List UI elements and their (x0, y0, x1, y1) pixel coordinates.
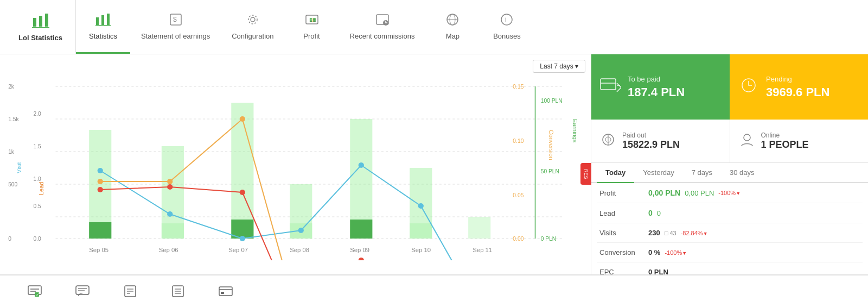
svg-rect-40 (89, 222, 111, 239)
nav-item-map[interactable]: Map (425, 0, 480, 54)
svg-text:Sep 11: Sep 11 (473, 247, 492, 253)
app-title-area: Lol Statistics (5, 0, 76, 54)
paid-out-value: 15822.9 PLN (622, 139, 680, 151)
bottom-nav-list[interactable] (154, 285, 202, 298)
svg-text:Sep 05: Sep 05 (89, 247, 108, 253)
cards-top: To be paid 187.4 PLN Pending 3969.6 PLN (591, 54, 868, 120)
svg-rect-5 (101, 15, 104, 25)
stats-values-epc: 0 PLN (648, 268, 860, 274)
svg-text:100 PLN: 100 PLN (541, 98, 563, 104)
nav-label-recent: Recent commissions (350, 32, 415, 40)
chart-svg: 2k 1.5k 1k 500 0 2.0 1.5 1.0 0.5 0.0 Vis… (5, 76, 585, 260)
svg-text:Sep 10: Sep 10 (411, 247, 431, 253)
nav-item-profit[interactable]: 💵 Profit (285, 0, 339, 54)
app-title: Lol Statistics (18, 34, 62, 42)
stats-values-profit: 0,00 PLN 0,00 PLN -100% (648, 189, 860, 197)
nav-item-statistics[interactable]: Statistics (76, 0, 130, 54)
svg-text:0.10: 0.10 (513, 138, 524, 144)
stats-row-conversion: Conversion 0 % -100% (597, 243, 863, 262)
svg-text:1k: 1k (8, 149, 15, 155)
svg-text:2.0: 2.0 (33, 111, 41, 117)
svg-point-11 (248, 15, 257, 24)
svg-point-62 (98, 168, 103, 173)
stats-compare-profit: 0,00 PLN (685, 189, 714, 197)
tab-today[interactable]: Today (597, 163, 634, 183)
svg-point-77 (240, 116, 245, 122)
chart-area: Last 7 days ▾ 2k 1.5k 1k 500 0 2.0 1.5 (0, 54, 591, 274)
configuration-icon (245, 12, 260, 30)
svg-text:Sep 08: Sep 08 (290, 247, 309, 253)
pending-label: Pending (766, 75, 829, 83)
svg-rect-114 (221, 292, 224, 294)
svg-rect-50 (410, 223, 432, 239)
svg-rect-4 (96, 17, 99, 25)
tab-7days[interactable]: 7 days (683, 163, 721, 183)
svg-rect-89 (601, 79, 616, 90)
nav-item-configuration[interactable]: Configuration (221, 0, 284, 54)
cards-mid: Paid out 15822.9 PLN Online 1 PEOPLE (591, 120, 868, 163)
top-nav: Lol Statistics Statistics $ Statement of… (0, 0, 868, 54)
stats-main-profit: 0,00 PLN (648, 189, 680, 197)
right-panel: To be paid 187.4 PLN Pending 3969.6 PLN (591, 54, 868, 274)
main-content: Last 7 days ▾ 2k 1.5k 1k 500 0 2.0 1.5 (0, 54, 868, 274)
nav-item-statement[interactable]: $ Statement of earnings (130, 0, 221, 54)
tab-yesterday[interactable]: Yesterday (634, 163, 682, 183)
stats-row-profit: Profit 0,00 PLN 0,00 PLN -100% (597, 183, 863, 203)
bottom-bar: ✓ (0, 274, 868, 307)
svg-text:2k: 2k (8, 84, 15, 90)
stats-label-visits: Visits (599, 229, 648, 237)
card-online: Online 1 PEOPLE (730, 120, 869, 162)
svg-text:Sep 06: Sep 06 (159, 247, 178, 253)
svg-point-69 (98, 187, 103, 192)
svg-text:Sep 07: Sep 07 (228, 247, 248, 253)
statement-icon: $ (168, 12, 183, 30)
bottom-nav-card[interactable] (202, 285, 250, 298)
svg-text:💵: 💵 (309, 16, 316, 23)
stats-label-conversion: Conversion (599, 248, 648, 256)
svg-point-10 (251, 17, 255, 22)
stats-row-epc: EPC 0 PLN (597, 262, 863, 274)
svg-rect-48 (350, 220, 372, 239)
svg-text:1.0: 1.0 (33, 176, 41, 182)
nav-item-bonuses[interactable]: i Bonuses (480, 0, 534, 54)
chart-filter: Last 7 days ▾ (5, 60, 585, 73)
paid-out-text: Paid out 15822.9 PLN (622, 131, 680, 151)
map-icon (445, 12, 460, 30)
pending-text: Pending 3969.6 PLN (766, 75, 829, 99)
nav-label-statement: Statement of earnings (141, 32, 210, 40)
bottom-nav-reports[interactable] (106, 285, 154, 298)
stats-main-lead: 0 (648, 209, 653, 217)
svg-rect-43 (231, 103, 253, 239)
card-to-be-paid: To be paid 187.4 PLN (591, 54, 730, 120)
svg-text:Sep 09: Sep 09 (350, 247, 369, 253)
bottom-nav-chat[interactable] (59, 285, 106, 298)
tab-30days[interactable]: 30 days (721, 163, 763, 183)
to-be-paid-text: To be paid 187.4 PLN (628, 75, 685, 99)
stats-label-epc: EPC (599, 268, 648, 274)
stats-change-conversion: -100% (665, 249, 687, 256)
svg-rect-6 (107, 14, 110, 25)
stats-values-conversion: 0 % -100% (648, 248, 860, 256)
svg-text:Lead: Lead (38, 182, 44, 195)
nav-label-configuration: Configuration (232, 32, 273, 40)
app-title-icon (32, 12, 49, 32)
svg-point-64 (240, 236, 245, 241)
nav-label-map: Map (446, 32, 459, 40)
svg-text:0.00: 0.00 (513, 236, 524, 242)
stats-compare-visits: □ 43 (665, 230, 676, 236)
card-pending: Pending 3969.6 PLN (730, 54, 868, 120)
bottom-nav-messages[interactable]: ✓ (11, 285, 59, 298)
svg-text:1.5: 1.5 (33, 143, 41, 149)
side-collapse-button[interactable]: RES (580, 163, 591, 185)
filter-button[interactable]: Last 7 days ▾ (533, 60, 585, 73)
svg-text:Earnings: Earnings (572, 119, 578, 143)
paid-out-label: Paid out (622, 131, 680, 139)
nav-item-recent[interactable]: Recent commissions (339, 0, 426, 54)
nav-label-bonuses: Bonuses (493, 32, 521, 40)
svg-point-66 (359, 162, 364, 168)
statistics-icon (95, 12, 111, 30)
pending-value: 3969.6 PLN (766, 85, 829, 99)
svg-text:50 PLN: 50 PLN (541, 168, 559, 174)
svg-rect-0 (33, 18, 36, 27)
svg-text:0: 0 (8, 236, 11, 242)
